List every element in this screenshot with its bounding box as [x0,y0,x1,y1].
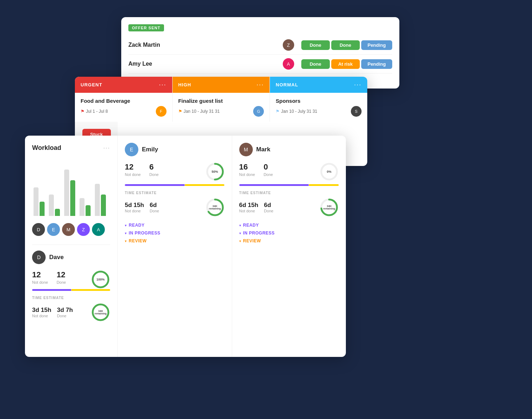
amy-name: Amy Lee [128,61,283,67]
dave-section: D Dave 12 Not done 12 Done [32,244,110,322]
mark-te: TIME ESTIMATE 6d 15h Not done 6d Done 34… [239,191,339,217]
mark-te-label: 34H remaining [323,205,335,210]
bar-grey-5 [95,184,100,216]
mark-expand: ▾ READY ▾ IN PROGRESS ▾ REVIEW [239,223,339,243]
dave-te-row: 3d 15h Not done 3d 7h Done 34H remaining [32,303,110,322]
mark-avatar: M [239,143,253,156]
front-card: Workload ··· [25,136,346,357]
zack-status-3[interactable]: Pending [361,40,392,50]
mark-progress-bar [239,184,339,186]
urgent-task-date: ⚑ Jul 1 - Jul 8 [81,109,108,114]
dave-te-not-done: 3d 15h Not done [32,307,51,318]
emily-inprogress-chevron: ▾ [125,231,127,235]
emily-review-label: REVIEW [129,238,147,243]
amy-status-2[interactable]: At risk [331,59,360,69]
zack-statuses: Done Done Pending [301,40,392,50]
mark-donut-label: 0% [327,170,331,173]
mark-inprogress-chevron: ▾ [239,231,241,235]
normal-task: Sponsors ⚑ Jan 10 - July 31 31 S [270,93,367,122]
emily-te-donut: 34H remaining [205,198,225,217]
mark-stats-wrap: 16 Not done 0 Done 0% [239,162,339,181]
urgent-task-meta: ⚑ Jul 1 - Jul 8 F [81,106,167,117]
normal-label: NORMAL [276,82,298,87]
amy-avatar: A [283,58,294,70]
bar-grey-1 [34,187,39,216]
mark-name: Mark [256,146,271,153]
bar-group-4 [80,198,91,216]
mark-donut: 0% [319,162,339,181]
bar-grey-4 [80,198,85,216]
high-task-avatar: G [253,106,264,117]
high-menu[interactable]: ··· [256,81,264,89]
dave-donut: 100% [91,270,110,289]
mark-te-donut: 34H remaining [319,198,339,217]
emily-ready-chevron: ▾ [125,223,127,227]
dave-header: D Dave [32,251,110,264]
normal-task-avatar: S [351,106,362,117]
mark-review-chevron: ▾ [239,239,241,243]
zack-status-1[interactable]: Done [301,40,330,50]
workload-title: Workload [32,144,61,152]
amy-status-1[interactable]: Done [301,59,330,69]
bar-group-5 [95,184,106,216]
mark-done: 0 Done [264,162,273,177]
urgent-menu[interactable]: ··· [159,81,167,89]
emily-avatar: E [125,143,138,156]
emily-not-done: 12 Not done [125,162,141,177]
emily-donut-label: 50% [211,170,218,173]
kanban-col-urgent: URGENT ··· Food and Beverage ⚑ Jul 1 - J… [75,77,173,122]
emily-ready-expand[interactable]: ▾ READY [125,223,225,228]
dave-progress-bar [32,289,110,291]
emily-stats-wrap: 12 Not done 6 Done 50% [125,162,225,181]
mark-te-not-done: 6d 15h Not done [239,202,259,213]
emily-progress-bar [125,184,225,186]
emily-purple-bar [125,184,185,186]
workload-panel: Workload ··· [25,136,118,357]
mark-not-done: 16 Not done [239,162,255,177]
mark-review-expand[interactable]: ▾ REVIEW [239,238,339,243]
emily-inprogress-label: IN PROGRESS [129,231,160,236]
emily-stats: 12 Not done 6 Done [125,162,205,177]
mark-ready-label: READY [243,223,259,228]
dave-stats: 12 Not done 12 Done [32,270,91,284]
offer-sent-badge: OFFER SENT [128,24,164,31]
normal-header: NORMAL ··· [270,77,367,93]
urgent-flag: ⚑ [81,109,85,114]
mark-card: M Mark 16 Not done 0 Done 0% [232,136,346,357]
wa-zack: Z [77,223,90,236]
mark-te-row: 6d 15h Not done 6d Done 34H remaining [239,198,339,217]
urgent-label: URGENT [81,82,102,87]
mark-header: M Mark [239,143,339,156]
zack-status-2[interactable]: Done [331,40,360,50]
emily-review-chevron: ▾ [125,239,127,243]
kanban-col-high: HIGH ··· Finalize guest list ⚑ Jan 10 - … [173,77,270,122]
emily-te-done: 6d Done [150,202,159,213]
emily-donut: 50% [205,162,225,181]
normal-task-date: ⚑ Jan 10 - July 31 31 [276,109,317,114]
amy-status-3[interactable]: Pending [361,59,392,69]
bar-green-2 [55,209,60,216]
wa-amy: A [92,223,105,236]
offer-row-amy: Amy Lee A Done At risk Pending [128,55,392,74]
mark-inprogress-label: IN PROGRESS [243,231,275,236]
normal-menu[interactable]: ··· [354,81,362,89]
urgent-task: Food and Beverage ⚑ Jul 1 - Jul 8 F [75,93,172,122]
high-task-meta: ⚑ Jan 10 - July 31 31 G [178,106,264,117]
mark-inprogress-expand[interactable]: ▾ IN PROGRESS [239,231,339,236]
mark-ready-expand[interactable]: ▾ READY [239,223,339,228]
urgent-task-title: Food and Beverage [81,98,167,104]
workload-avatars: D E M Z A [32,223,110,236]
zack-name: Zack Martin [128,42,283,48]
zack-avatar: Z [283,39,294,51]
dave-avatar: D [32,251,46,264]
emily-ready-label: READY [129,223,145,228]
bar-group-3 [64,170,75,216]
emily-te-row: 5d 15h Not done 6d Done 34H remaining [125,198,225,217]
emily-review-expand[interactable]: ▾ REVIEW [125,238,225,243]
emily-expand: ▾ READY ▾ IN PROGRESS ▾ REVIEW [125,223,225,243]
high-task-title: Finalize guest list [178,98,264,104]
emily-te-label: 34H remaining [209,205,221,210]
bar-green-1 [40,202,45,216]
workload-menu[interactable]: ··· [103,145,110,151]
emily-inprogress-expand[interactable]: ▾ IN PROGRESS [125,231,225,236]
